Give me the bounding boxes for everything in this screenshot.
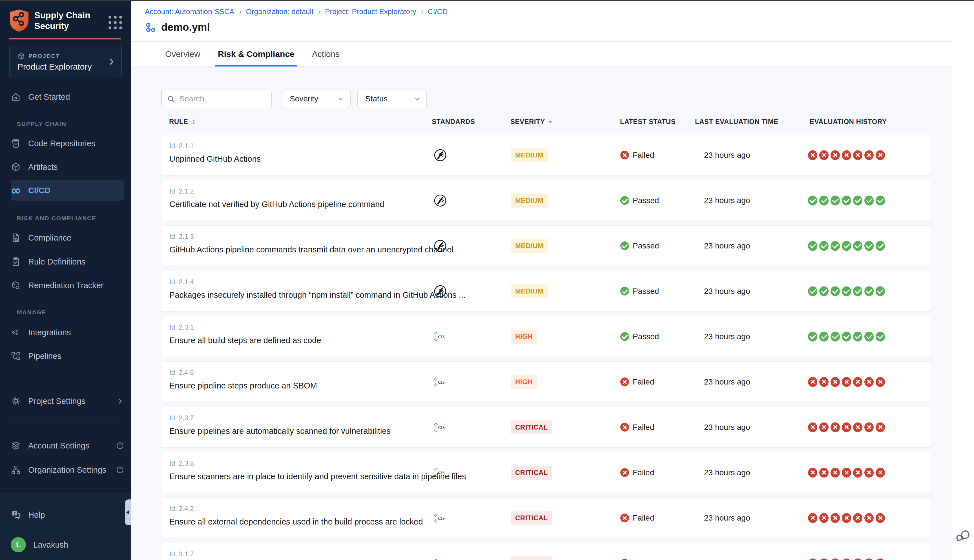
sidebar-item-label: CI/CD	[28, 186, 50, 195]
table-row[interactable]: Id: 2.1.4 Packages insecurely installed …	[161, 271, 931, 312]
project-chevron-right-icon	[107, 57, 116, 67]
table-row[interactable]: Id: 3.1.7	[161, 543, 931, 560]
column-header-last-evaluation-time: LAST EVALUATION TIME	[695, 118, 779, 126]
sidebar-item-account-settings[interactable]: Account Settings	[11, 438, 124, 453]
rule-name[interactable]: Ensure all external dependencies used in…	[169, 517, 423, 527]
search-input[interactable]	[179, 94, 266, 103]
chat-launcher-icon[interactable]	[956, 528, 971, 544]
table-row[interactable]: Id: 2.4.6 Ensure pipeline steps produce …	[161, 362, 931, 402]
column-header-latest-status: LATEST STATUS	[620, 118, 675, 126]
sidebar-collapse-handle[interactable]	[125, 500, 131, 525]
history-pass-icon	[808, 332, 817, 342]
rule-name[interactable]: Ensure pipelines are automatically scann…	[169, 427, 390, 436]
standards-cell: CIS	[434, 330, 447, 343]
user-name: Lavakush	[33, 540, 68, 550]
account-settings-layers-icon	[11, 440, 21, 451]
module-switcher-grid-icon[interactable]	[108, 16, 122, 29]
breadcrumb-account-link[interactable]: Account: Automation-SSCA	[145, 7, 235, 16]
evaluation-history	[808, 195, 885, 205]
page-title: demo.yml	[161, 22, 210, 33]
status-label: Failed	[633, 377, 654, 387]
svg-text:CIS: CIS	[438, 471, 445, 475]
sidebar-item-label: Get Started	[28, 92, 70, 102]
history-pass-icon	[864, 286, 874, 296]
breadcrumb-organization-link[interactable]: Organization: default	[246, 7, 314, 16]
table-row[interactable]: Id: 2.3.7 Ensure pipelines are automatic…	[161, 407, 931, 448]
sidebar-item-pipelines[interactable]: Pipelines	[11, 348, 124, 364]
history-fail-icon	[808, 558, 817, 560]
severity-filter-dropdown[interactable]: Severity	[282, 90, 350, 108]
breadcrumb-cicd-link[interactable]: CI/CD	[428, 7, 448, 16]
sidebar: Supply Chain Security PROJECT Product Ex…	[0, 1, 131, 560]
sidebar-item-organization-settings[interactable]: Organization Settings	[11, 462, 124, 478]
project-selector[interactable]: PROJECT Product Exploratory	[9, 46, 122, 77]
table-row[interactable]: Id: 2.1.2 Certificate not verified by Gi…	[161, 180, 931, 221]
history-pass-icon	[876, 286, 885, 296]
rule-name[interactable]: Ensure all build steps are defined as co…	[169, 336, 321, 345]
sidebar-item-label: Integrations	[28, 328, 71, 337]
tab-overview[interactable]: Overview	[162, 42, 203, 67]
column-header-severity[interactable]: SEVERITY	[510, 118, 554, 126]
status-filter-dropdown[interactable]: Status	[357, 90, 427, 108]
standards-cell: CIS	[434, 557, 447, 560]
sidebar-item-help[interactable]: ? Help	[11, 507, 124, 523]
organization-settings-icon	[11, 465, 21, 475]
status-icon	[620, 196, 629, 205]
sidebar-item-integrations[interactable]: Integrations	[11, 325, 124, 340]
status-label: Passed	[633, 332, 659, 341]
history-fail-icon	[864, 558, 874, 560]
cis-standard-icon: CIS	[434, 375, 447, 388]
sidebar-item-cicd[interactable]: ∞ CI/CD	[11, 180, 124, 200]
sidebar-item-code-repositories[interactable]: </> Code Repositories	[11, 135, 124, 151]
rule-name[interactable]: Ensure scanners are in place to identify…	[169, 472, 429, 481]
rule-name[interactable]: Ensure pipeline steps produce an SBOM	[169, 381, 317, 390]
table-row[interactable]: Id: 2.1.1 Unpinned GitHub Actions	[161, 135, 931, 175]
tab-actions[interactable]: Actions	[309, 42, 342, 67]
project-name: Product Exploratory	[17, 62, 92, 72]
sidebar-item-label: Project Settings	[28, 397, 85, 406]
status-icon	[620, 242, 629, 250]
sort-updown-icon[interactable]	[190, 118, 197, 125]
standards-cell: CIS	[434, 240, 447, 252]
history-fail-icon	[808, 468, 817, 477]
column-header-rule[interactable]: RULE	[169, 118, 197, 126]
table-row[interactable]: Id: 2.1.3 GitHub Actions pipeline comman…	[161, 225, 931, 266]
latest-status-cell: Passed	[620, 196, 659, 205]
history-fail-icon	[853, 422, 862, 432]
evaluation-history	[808, 422, 885, 432]
sidebar-item-get-started[interactable]: Get Started	[11, 89, 124, 105]
column-header-evaluation-history: EVALUATION HISTORY	[810, 118, 887, 126]
sidebar-item-artifacts[interactable]: Artifacts	[11, 159, 124, 175]
sidebar-item-compliance[interactable]: Compliance	[11, 230, 124, 246]
table-row[interactable]: Id: 2.3.1 Ensure all build steps are def…	[161, 316, 931, 357]
sidebar-item-rule-definitions[interactable]: Rule Definitions	[11, 254, 124, 270]
rule-name[interactable]: GitHub Actions pipeline commands transmi…	[169, 245, 429, 254]
history-pass-icon	[842, 286, 851, 296]
rule-name[interactable]: Packages insecurely installed through “n…	[169, 290, 429, 300]
severity-filter-label: Severity	[290, 94, 318, 103]
history-pass-icon	[819, 332, 829, 342]
history-fail-icon	[853, 150, 862, 160]
evaluation-history	[808, 468, 885, 477]
user-menu[interactable]: L Lavakush	[11, 537, 124, 553]
tab-risk-and-compliance[interactable]: Risk & Compliance	[215, 42, 297, 67]
sidebar-item-label: Organization Settings	[28, 465, 106, 475]
history-fail-icon	[876, 150, 885, 160]
history-pass-icon	[864, 195, 874, 205]
rule-name[interactable]: Certificate not verified by GitHub Actio…	[169, 200, 384, 209]
severity-badge: MEDIUM	[511, 284, 548, 298]
last-evaluation-time: 23 hours ago	[704, 377, 750, 387]
history-pass-icon	[842, 195, 851, 205]
sidebar-item-project-settings[interactable]: Project Settings	[11, 393, 124, 409]
rules-table-body: Id: 2.1.1 Unpinned GitHub Actions	[161, 135, 931, 560]
rule-cell: Id: 2.3.8 Ensure scanners are in place t…	[169, 460, 429, 481]
sidebar-item-remediation-tracker[interactable]: Remediation Tracker	[11, 277, 124, 293]
standards-cell: CIS	[434, 466, 447, 479]
table-row[interactable]: Id: 2.3.8 Ensure scanners are in place t…	[161, 452, 931, 493]
right-utility-strip	[952, 1, 974, 560]
breadcrumb-project-link[interactable]: Project: Product Exploratory	[325, 7, 416, 16]
rule-name[interactable]: Unpinned GitHub Actions	[169, 154, 261, 164]
history-fail-icon	[831, 150, 840, 160]
table-row[interactable]: Id: 2.4.2 Ensure all external dependenci…	[161, 497, 931, 538]
search-box[interactable]	[161, 90, 272, 108]
